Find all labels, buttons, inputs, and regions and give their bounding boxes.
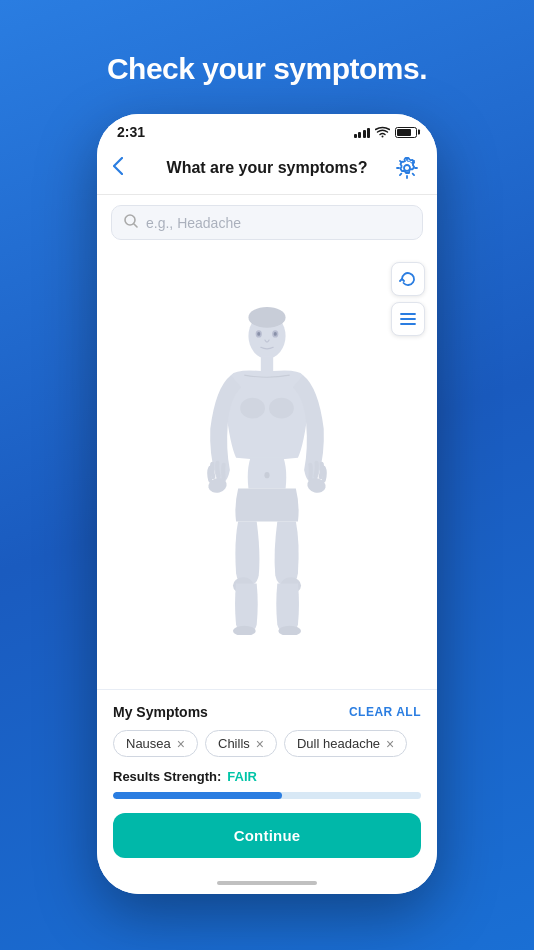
svg-point-17: [274, 332, 277, 336]
symptom-tag-nausea[interactable]: Nausea ×: [113, 730, 198, 757]
symptoms-header: My Symptoms CLEAR ALL: [113, 704, 421, 720]
status-bar: 2:31: [97, 114, 437, 146]
rotate-button[interactable]: [391, 262, 425, 296]
battery-icon: [395, 127, 417, 138]
gear-icon: [395, 156, 419, 180]
search-placeholder: e.g., Headache: [146, 215, 241, 231]
remove-nausea-button[interactable]: ×: [177, 737, 185, 751]
svg-rect-4: [261, 356, 273, 370]
search-container: e.g., Headache: [97, 195, 437, 250]
wifi-icon: [375, 126, 390, 138]
page-title: Check your symptoms.: [107, 52, 427, 86]
search-icon: [124, 214, 138, 231]
svg-point-16: [257, 332, 260, 336]
svg-point-6: [269, 397, 294, 418]
settings-button[interactable]: [393, 154, 421, 182]
my-symptoms-label: My Symptoms: [113, 704, 208, 720]
symptom-tag-label: Chills: [218, 736, 250, 751]
symptom-tag-label: Dull headache: [297, 736, 380, 751]
signal-icon: [354, 126, 371, 138]
progress-bar-fill: [113, 792, 282, 799]
status-time: 2:31: [117, 124, 145, 140]
svg-point-5: [240, 397, 265, 418]
search-bar[interactable]: e.g., Headache: [111, 205, 423, 240]
svg-point-7: [264, 472, 269, 478]
list-icon: [399, 312, 417, 326]
body-model-controls: [391, 262, 425, 336]
symptoms-panel: My Symptoms CLEAR ALL Nausea × Chills × …: [97, 689, 437, 872]
symptom-tags: Nausea × Chills × Dull headache ×: [113, 730, 421, 757]
symptom-tag-dull-headache[interactable]: Dull headache ×: [284, 730, 407, 757]
symptom-tag-label: Nausea: [126, 736, 171, 751]
results-strength-value: FAIR: [227, 769, 257, 784]
remove-dull-headache-button[interactable]: ×: [386, 737, 394, 751]
results-strength: Results Strength: FAIR: [113, 769, 421, 784]
body-model-figure: [172, 305, 362, 635]
nav-title: What are your symptoms?: [167, 159, 368, 177]
list-view-button[interactable]: [391, 302, 425, 336]
home-indicator: [217, 881, 317, 885]
svg-point-3: [248, 307, 285, 328]
phone-bottom-bar: [97, 872, 437, 894]
navigation-bar: What are your symptoms?: [97, 146, 437, 195]
rotate-icon: [399, 270, 417, 288]
progress-bar: [113, 792, 421, 799]
clear-all-button[interactable]: CLEAR ALL: [349, 705, 421, 719]
symptom-tag-chills[interactable]: Chills ×: [205, 730, 277, 757]
phone-frame: 2:31 What are your symptoms?: [97, 114, 437, 894]
continue-button[interactable]: Continue: [113, 813, 421, 858]
body-model-area[interactable]: [97, 250, 437, 689]
remove-chills-button[interactable]: ×: [256, 737, 264, 751]
back-button[interactable]: [113, 155, 141, 181]
status-icons: [354, 126, 418, 138]
results-strength-label: Results Strength:: [113, 769, 221, 784]
